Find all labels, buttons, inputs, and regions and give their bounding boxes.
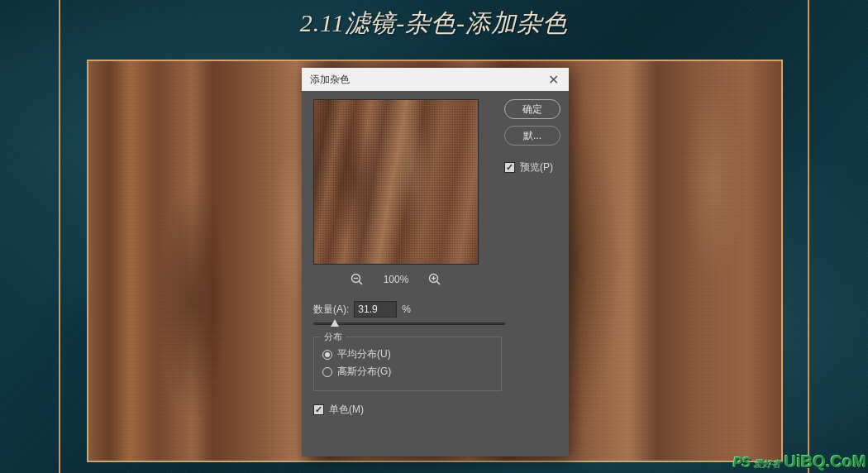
radio-uniform-label: 平均分布(U): [337, 347, 391, 361]
amount-row: 数量(A): %: [313, 301, 560, 318]
preview-thumbnail[interactable]: [313, 99, 479, 265]
zoom-controls: 100%: [313, 273, 479, 286]
checkbox-icon: ✓: [504, 162, 515, 173]
monochrome-row[interactable]: ✓ 单色(M): [313, 403, 560, 417]
radio-icon: [322, 367, 332, 377]
dialog-body: 100% 数量(A): % 分布 平均分布(U) 高斯分布(G): [302, 91, 569, 456]
dialog-side-buttons: 确定 默... ✓ 预览(P): [504, 99, 560, 174]
radio-gaussian[interactable]: 高斯分布(G): [322, 365, 493, 379]
slider-thumb[interactable]: [331, 319, 339, 327]
amount-label: 数量(A):: [313, 303, 349, 317]
slider-track: [313, 322, 505, 325]
watermark: PS 爱好者 UiBQ.CoM: [733, 452, 866, 471]
svg-line-4: [437, 282, 441, 285]
cancel-button[interactable]: 默...: [504, 126, 560, 146]
amount-input[interactable]: [354, 301, 397, 318]
preview-toggle[interactable]: ✓ 预览(P): [504, 160, 560, 174]
radio-icon: [322, 350, 332, 360]
checkbox-icon: ✓: [313, 404, 324, 415]
watermark-cn: 爱好者: [754, 458, 781, 471]
preview-label: 预览(P): [520, 160, 553, 174]
watermark-site: UiBQ.CoM: [785, 452, 866, 471]
close-icon[interactable]: ✕: [545, 72, 562, 88]
zoom-level-label: 100%: [384, 274, 409, 285]
distribution-fieldset: 分布 平均分布(U) 高斯分布(G): [313, 337, 502, 391]
monochrome-label: 单色(M): [329, 403, 364, 417]
radio-gaussian-label: 高斯分布(G): [337, 365, 391, 379]
amount-slider[interactable]: [313, 322, 505, 325]
zoom-out-icon[interactable]: [351, 273, 364, 286]
dialog-title: 添加杂色: [310, 73, 350, 87]
ok-button[interactable]: 确定: [504, 99, 560, 119]
radio-uniform[interactable]: 平均分布(U): [322, 347, 493, 361]
amount-unit: %: [402, 303, 411, 315]
distribution-legend: 分布: [321, 331, 346, 343]
zoom-in-icon[interactable]: [428, 273, 441, 286]
page-title: 2.11滤镜-杂色-添加杂色: [0, 7, 868, 41]
dialog-titlebar[interactable]: 添加杂色 ✕: [302, 68, 569, 91]
svg-line-1: [359, 282, 362, 285]
watermark-ps: PS: [733, 456, 751, 471]
add-noise-dialog: 添加杂色 ✕ 100% 数量(A): % 分布 平均分布(U: [302, 68, 569, 456]
